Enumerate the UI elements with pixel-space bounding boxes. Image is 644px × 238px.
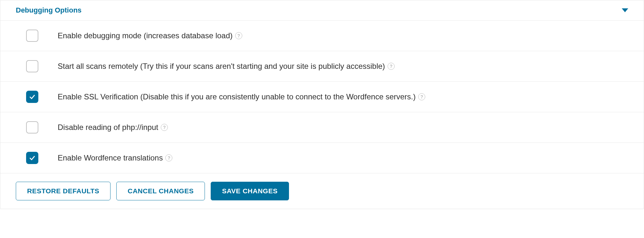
option-text: Enable debugging mode (increases databas… [58,31,233,40]
help-icon[interactable]: ? [418,93,425,100]
option-text: Start all scans remotely (Try this if yo… [58,62,385,71]
option-label: Enable debugging mode (increases databas… [58,31,242,40]
help-icon[interactable]: ? [235,32,242,39]
checkbox-ssl-verification[interactable] [26,91,38,103]
checkbox-debugging-mode[interactable] [26,30,38,42]
option-label: Disable reading of php://input ? [58,123,168,132]
chevron-down-icon [622,8,628,12]
option-row-debugging-mode: Enable debugging mode (increases databas… [0,20,644,51]
help-icon[interactable]: ? [165,154,172,161]
option-label: Start all scans remotely (Try this if yo… [58,62,395,71]
option-row-php-input: Disable reading of php://input ? [0,112,644,142]
help-icon[interactable]: ? [388,63,395,70]
panel-header[interactable]: Debugging Options [0,0,644,20]
option-label: Enable Wordfence translations ? [58,153,172,162]
panel-title: Debugging Options [16,6,82,14]
save-changes-button[interactable]: SAVE CHANGES [211,182,289,200]
checkbox-php-input[interactable] [26,121,38,133]
button-row: RESTORE DEFAULTS CANCEL CHANGES SAVE CHA… [0,173,644,209]
option-row-translations: Enable Wordfence translations ? [0,142,644,173]
checkbox-remote-scans[interactable] [26,60,38,72]
option-text: Enable SSL Verification (Disable this if… [58,92,416,101]
option-text: Disable reading of php://input [58,123,158,132]
restore-defaults-button[interactable]: RESTORE DEFAULTS [16,182,111,200]
debugging-options-panel: Debugging Options Enable debugging mode … [0,0,644,209]
option-label: Enable SSL Verification (Disable this if… [58,92,425,101]
checkbox-translations[interactable] [26,152,38,164]
option-row-ssl-verification: Enable SSL Verification (Disable this if… [0,81,644,112]
option-row-remote-scans: Start all scans remotely (Try this if yo… [0,51,644,81]
option-text: Enable Wordfence translations [58,153,163,162]
cancel-changes-button[interactable]: CANCEL CHANGES [116,182,205,200]
help-icon[interactable]: ? [161,124,168,131]
